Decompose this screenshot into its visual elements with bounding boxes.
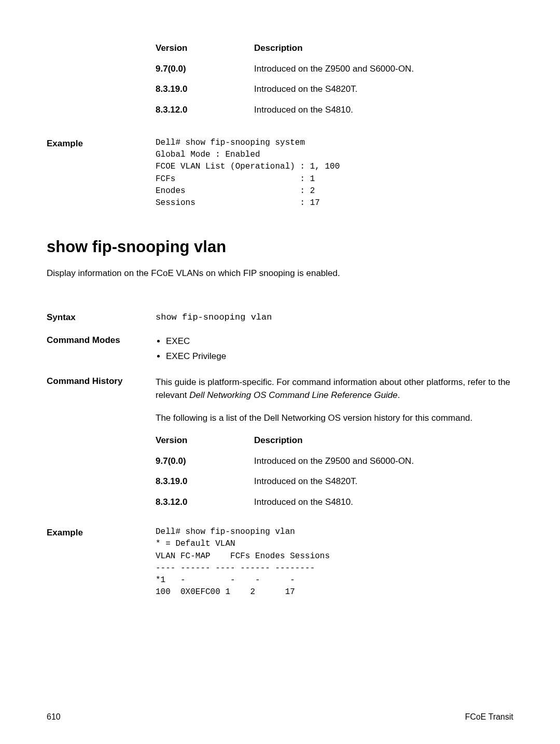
history-text-post: . xyxy=(398,390,400,400)
version-value: 8.3.19.0 xyxy=(156,475,254,488)
example-code: Dell# show fip-snooping system Global Mo… xyxy=(156,137,513,209)
command-history-block: Command History This guide is platform-s… xyxy=(47,376,513,516)
syntax-label: Syntax xyxy=(47,311,156,324)
history-paragraph-2: The following is a list of the Dell Netw… xyxy=(156,411,513,425)
history-paragraph-1: This guide is platform-specific. For com… xyxy=(156,376,513,402)
example-code: Dell# show fip-snooping vlan * = Default… xyxy=(156,526,513,598)
version-row: 8.3.19.0 Introduced on the S4820T. xyxy=(156,475,513,488)
version-row: 8.3.12.0 Introduced on the S4810. xyxy=(156,103,513,117)
history-text-italic: Dell Networking OS Command Line Referenc… xyxy=(189,390,398,400)
version-description: Introduced on the S4810. xyxy=(254,103,513,117)
command-history-label: Command History xyxy=(47,376,156,516)
command-modes-content: EXEC EXEC Privilege xyxy=(156,335,513,365)
version-table: Version Description 9.7(0.0) Introduced … xyxy=(156,42,513,116)
section-intro: Display information on the FCoE VLANs on… xyxy=(47,267,513,280)
list-item: EXEC Privilege xyxy=(166,350,513,363)
page-number: 610 xyxy=(47,711,61,723)
version-value: 9.7(0.0) xyxy=(156,62,254,76)
version-header-row: Version Description xyxy=(156,42,513,55)
list-item: EXEC xyxy=(166,335,513,348)
command-history-content: This guide is platform-specific. For com… xyxy=(156,376,513,516)
version-value: 9.7(0.0) xyxy=(156,454,254,468)
header-description: Description xyxy=(254,42,513,55)
command-modes-block: Command Modes EXEC EXEC Privilege xyxy=(47,335,513,365)
version-description: Introduced on the S4820T. xyxy=(254,475,513,488)
header-version: Version xyxy=(156,42,254,55)
version-description: Introduced on the Z9500 and S6000-ON. xyxy=(254,62,513,76)
version-value: 8.3.12.0 xyxy=(156,103,254,117)
header-version: Version xyxy=(156,434,254,447)
command-modes-list: EXEC EXEC Privilege xyxy=(166,335,513,363)
version-row: 9.7(0.0) Introduced on the Z9500 and S60… xyxy=(156,62,513,76)
version-row: 9.7(0.0) Introduced on the Z9500 and S60… xyxy=(156,454,513,468)
footer-title: FCoE Transit xyxy=(465,711,513,723)
header-description: Description xyxy=(254,434,513,447)
example-block-2: Example Dell# show fip-snooping vlan * =… xyxy=(47,526,513,598)
syntax-command: show fip-snooping vlan xyxy=(156,311,513,324)
example-block: Example Dell# show fip-snooping system G… xyxy=(47,137,513,209)
version-row: 8.3.12.0 Introduced on the S4810. xyxy=(156,495,513,509)
version-value: 8.3.12.0 xyxy=(156,495,254,509)
section-1: Version Description 9.7(0.0) Introduced … xyxy=(47,42,513,209)
example-label: Example xyxy=(47,526,156,598)
example-content: Dell# show fip-snooping vlan * = Default… xyxy=(156,526,513,598)
version-row: 8.3.19.0 Introduced on the S4820T. xyxy=(156,82,513,96)
version-description: Introduced on the S4820T. xyxy=(254,82,513,96)
page-footer: 610 FCoE Transit xyxy=(47,711,513,723)
version-description: Introduced on the Z9500 and S6000-ON. xyxy=(254,454,513,468)
example-label: Example xyxy=(47,137,156,209)
section-heading: show fip-snooping vlan xyxy=(47,235,513,259)
version-description: Introduced on the S4810. xyxy=(254,495,513,509)
syntax-block: Syntax show fip-snooping vlan xyxy=(47,311,513,324)
version-value: 8.3.19.0 xyxy=(156,82,254,96)
version-header-row: Version Description xyxy=(156,434,513,447)
example-content: Dell# show fip-snooping system Global Mo… xyxy=(156,137,513,209)
command-modes-label: Command Modes xyxy=(47,335,156,365)
